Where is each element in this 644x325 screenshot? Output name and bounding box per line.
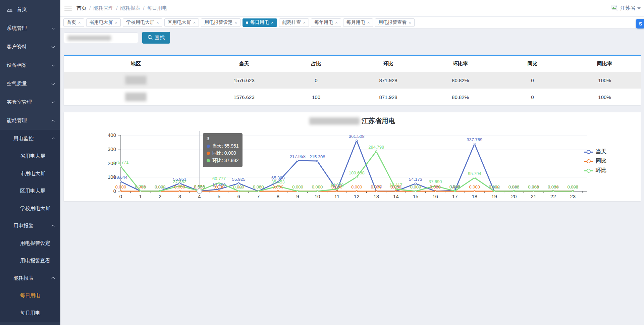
sidebar-item-energy-report[interactable]: 能耗报表 [0, 269, 60, 287]
tab-区用电大屏[interactable]: 区用电大屏× [164, 18, 199, 27]
sidebar-item-device-archive[interactable]: 设备档案 [0, 56, 60, 74]
dashboard-icon [7, 7, 13, 12]
tab-label: 每月用电 [346, 19, 365, 25]
svg-text:0.966: 0.966 [449, 184, 461, 189]
user-menu[interactable]: 江苏省 [611, 0, 641, 16]
sidebar-item-alarm-setting[interactable]: 用电报警设定 [0, 234, 60, 252]
tab-首页[interactable]: 首页× [63, 18, 84, 27]
svg-text:0.920: 0.920 [233, 184, 244, 189]
close-icon[interactable]: × [156, 20, 159, 25]
sidebar-item-alarm-view[interactable]: 用电报警查看 [0, 252, 60, 269]
sidebar-item-school-screen[interactable]: 学校用电大屏 [0, 200, 60, 217]
tab-每月用电[interactable]: 每月用电× [343, 18, 373, 27]
legend-item-当天[interactable]: 当天 [584, 149, 606, 155]
svg-text:3: 3 [178, 194, 181, 199]
svg-text:0.098: 0.098 [568, 184, 579, 189]
svg-text:100.638: 100.638 [349, 170, 365, 175]
svg-text:0.000: 0.000 [371, 184, 382, 189]
svg-text:0.898: 0.898 [155, 184, 166, 189]
svg-text:19: 19 [491, 194, 497, 199]
sidebar-item-system-mgmt[interactable]: 系统管理 [0, 19, 60, 38]
tab-用电报警查看[interactable]: 用电报警查看× [375, 18, 415, 27]
tab-能耗排查[interactable]: 能耗排查× [279, 18, 309, 27]
svg-text:300: 300 [108, 146, 116, 152]
sidebar-item-daily-power[interactable]: 每日用电 [0, 287, 60, 304]
sidebar-item-energy-mgmt[interactable]: 能耗管理 [0, 111, 60, 130]
sidebar-item-city-screen[interactable]: 市用电大屏 [0, 165, 60, 182]
search-button[interactable]: 查找 [142, 32, 170, 44]
breadcrumb-item[interactable]: 能耗报表 [120, 5, 140, 11]
line-series-icon [584, 159, 593, 163]
tab-学校用电大屏[interactable]: 学校用电大屏× [123, 18, 162, 27]
sidebar-item-label: 能耗报表 [13, 275, 52, 281]
breadcrumb-separator: / [143, 5, 144, 11]
tab-每年用电[interactable]: 每年用电× [311, 18, 341, 27]
close-icon[interactable]: × [234, 20, 237, 25]
svg-text:0.000: 0.000 [214, 184, 225, 189]
search-input[interactable] [64, 33, 138, 43]
svg-text:12: 12 [354, 194, 360, 199]
line-series-icon [584, 150, 593, 154]
svg-text:60.777: 60.777 [212, 176, 226, 181]
value-cell: 871.928 [352, 89, 424, 105]
sidebar-item-power-alarm[interactable]: 用电报警 [0, 217, 60, 234]
svg-text:8: 8 [277, 194, 279, 199]
chevron-down-icon [52, 100, 55, 103]
tab-用电报警设定[interactable]: 用电报警设定× [201, 18, 240, 27]
sidebar-item-customer-info[interactable]: 客户资料 [0, 38, 60, 56]
sidebar-item-label: 首页 [17, 6, 54, 13]
chart-card[interactable]: 江苏省用电 0100200300400012345678910111213141… [64, 112, 641, 201]
value-cell: 1576.623 [208, 89, 280, 105]
tab-省用电大屏[interactable]: 省用电大屏× [86, 18, 121, 27]
close-icon[interactable]: × [409, 20, 411, 25]
svg-text:6: 6 [237, 194, 240, 199]
close-icon[interactable]: × [115, 20, 118, 25]
svg-text:18: 18 [472, 194, 477, 199]
legend-label: 同比 [596, 158, 606, 165]
close-icon[interactable]: × [367, 20, 370, 25]
tab-每日用电[interactable]: 每日用电× [243, 18, 277, 27]
hamburger-icon[interactable] [64, 4, 72, 12]
svg-text:13: 13 [373, 194, 379, 199]
close-icon[interactable]: × [303, 20, 306, 25]
legend-label: 当天 [596, 148, 606, 155]
sidebar-item-province-screen[interactable]: 省用电大屏 [0, 147, 60, 165]
svg-text:1: 1 [139, 194, 142, 199]
breadcrumb-item[interactable]: 每日用电 [147, 5, 167, 11]
value-cell: 1576.623 [208, 72, 280, 89]
sidebar-item-monthly-power[interactable]: 每月用电 [0, 304, 60, 322]
close-icon[interactable]: × [78, 20, 81, 25]
sidebar-item-lab-mgmt[interactable]: 实验室管理 [0, 93, 60, 111]
browser-extension-icon[interactable]: S [636, 19, 644, 29]
svg-text:0: 0 [119, 194, 122, 199]
tab-label: 能耗排查 [282, 19, 301, 25]
tab-label: 首页 [67, 19, 76, 25]
sidebar-item-label: 用电报警查看 [20, 258, 54, 264]
svg-text:0.009: 0.009 [410, 184, 421, 189]
sidebar-item-label: 每日用电 [20, 292, 54, 299]
redacted-region [125, 76, 147, 85]
breadcrumb-item[interactable]: 能耗管理 [93, 5, 113, 11]
sidebar-item-power-monitor[interactable]: 用电监控 [0, 130, 60, 147]
daily-power-line-chart[interactable]: 0100200300400012345678910111213141516171… [64, 129, 641, 201]
tab-label: 每年用电 [314, 19, 333, 25]
close-icon[interactable]: × [193, 20, 196, 25]
chevron-down-icon [52, 63, 55, 66]
sidebar-item-air-quality[interactable]: 空气质量 [0, 74, 60, 93]
svg-text:21: 21 [531, 194, 536, 199]
close-icon[interactable]: × [335, 20, 338, 25]
svg-text:0.000: 0.000 [430, 184, 441, 189]
tab-bar: 首页×省用电大屏×学校用电大屏×区用电大屏×用电报警设定×每日用电×能耗排查×每… [60, 17, 644, 29]
sidebar-item-home[interactable]: 首页 [0, 0, 60, 19]
sidebar-item-label: 学校用电大屏 [20, 205, 54, 212]
svg-text:2.556: 2.556 [194, 184, 205, 189]
legend-item-同比[interactable]: 同比 [584, 158, 606, 164]
legend-item-环比[interactable]: 环比 [584, 167, 606, 174]
sidebar-item-district-screen[interactable]: 区用电大屏 [0, 182, 60, 200]
svg-text:361.508: 361.508 [349, 134, 365, 139]
svg-text:5: 5 [218, 194, 220, 199]
svg-text:2: 2 [159, 194, 161, 199]
chart-title-text: 江苏省用电 [362, 116, 395, 125]
svg-text:23: 23 [570, 194, 576, 199]
close-icon[interactable]: × [271, 20, 274, 25]
